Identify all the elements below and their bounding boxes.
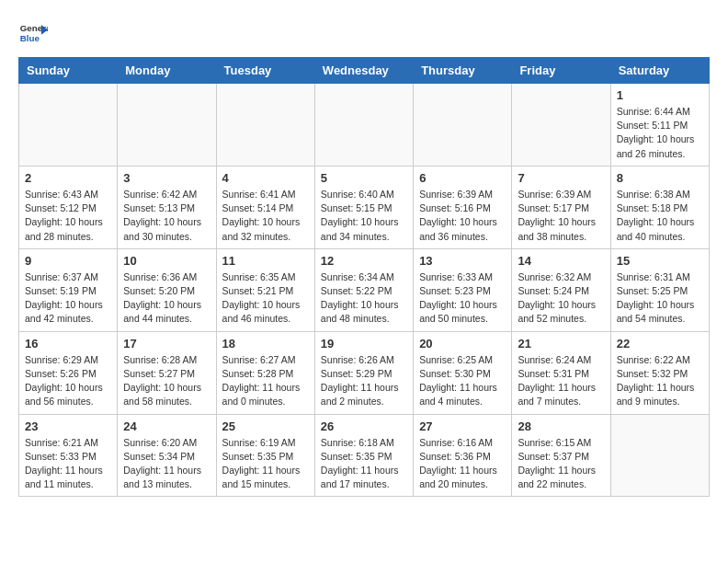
day-info: Sunrise: 6:41 AM Sunset: 5:14 PM Dayligh… [222,188,309,244]
calendar-cell [314,84,413,167]
day-info: Sunrise: 6:37 AM Sunset: 5:19 PM Dayligh… [25,270,111,327]
week-row-3: 9Sunrise: 6:37 AM Sunset: 5:19 PM Daylig… [19,248,710,331]
day-info: Sunrise: 6:20 AM Sunset: 5:34 PM Dayligh… [123,436,210,492]
calendar-cell: 25Sunrise: 6:19 AM Sunset: 5:35 PM Dayli… [216,414,314,497]
weekday-header-friday: Friday [512,58,610,84]
day-number: 8 [617,171,703,185]
day-info: Sunrise: 6:24 AM Sunset: 5:31 PM Dayligh… [518,353,604,409]
day-info: Sunrise: 6:33 AM Sunset: 5:23 PM Dayligh… [419,270,506,327]
calendar-cell: 18Sunrise: 6:27 AM Sunset: 5:28 PM Dayli… [216,331,314,414]
day-info: Sunrise: 6:27 AM Sunset: 5:28 PM Dayligh… [222,353,309,409]
day-number: 15 [617,254,703,268]
calendar-cell: 8Sunrise: 6:38 AM Sunset: 5:18 PM Daylig… [610,166,709,248]
calendar-cell: 10Sunrise: 6:36 AM Sunset: 5:20 PM Dayli… [118,248,216,331]
calendar-cell [610,414,709,497]
day-number: 4 [222,171,309,185]
calendar-cell: 1Sunrise: 6:44 AM Sunset: 5:11 PM Daylig… [610,84,709,167]
calendar-cell: 2Sunrise: 6:43 AM Sunset: 5:12 PM Daylig… [19,166,118,248]
calendar-cell: 28Sunrise: 6:15 AM Sunset: 5:37 PM Dayli… [512,414,610,497]
weekday-header-row: SundayMondayTuesdayWednesdayThursdayFrid… [19,58,710,84]
calendar-cell: 5Sunrise: 6:40 AM Sunset: 5:15 PM Daylig… [314,166,413,248]
day-info: Sunrise: 6:19 AM Sunset: 5:35 PM Dayligh… [222,436,309,492]
calendar-cell: 14Sunrise: 6:32 AM Sunset: 5:24 PM Dayli… [512,248,610,331]
calendar-cell [512,84,610,167]
calendar-cell: 20Sunrise: 6:25 AM Sunset: 5:30 PM Dayli… [414,331,512,414]
week-row-4: 16Sunrise: 6:29 AM Sunset: 5:26 PM Dayli… [19,331,710,414]
logo: General Blue [18,18,48,48]
calendar-cell: 24Sunrise: 6:20 AM Sunset: 5:34 PM Dayli… [118,414,216,497]
day-number: 19 [321,337,407,350]
day-number: 5 [321,171,407,185]
calendar-cell: 19Sunrise: 6:26 AM Sunset: 5:29 PM Dayli… [314,331,413,414]
day-number: 1 [617,88,703,102]
day-info: Sunrise: 6:40 AM Sunset: 5:15 PM Dayligh… [321,188,407,244]
day-number: 12 [321,254,407,268]
day-number: 17 [123,337,210,350]
calendar-cell: 11Sunrise: 6:35 AM Sunset: 5:21 PM Dayli… [216,248,314,331]
day-number: 2 [25,171,111,185]
calendar-cell: 27Sunrise: 6:16 AM Sunset: 5:36 PM Dayli… [414,414,512,497]
weekday-header-saturday: Saturday [610,58,709,84]
day-number: 24 [123,419,210,433]
day-info: Sunrise: 6:43 AM Sunset: 5:12 PM Dayligh… [25,188,111,244]
day-number: 9 [25,254,111,268]
week-row-1: 1Sunrise: 6:44 AM Sunset: 5:11 PM Daylig… [19,84,710,167]
weekday-header-sunday: Sunday [19,58,118,84]
day-info: Sunrise: 6:29 AM Sunset: 5:26 PM Dayligh… [25,353,111,409]
calendar-cell: 17Sunrise: 6:28 AM Sunset: 5:27 PM Dayli… [118,331,216,414]
day-info: Sunrise: 6:38 AM Sunset: 5:18 PM Dayligh… [617,188,703,244]
day-info: Sunrise: 6:21 AM Sunset: 5:33 PM Dayligh… [25,436,111,492]
day-info: Sunrise: 6:42 AM Sunset: 5:13 PM Dayligh… [123,188,210,244]
day-number: 13 [419,254,506,268]
calendar-cell: 16Sunrise: 6:29 AM Sunset: 5:26 PM Dayli… [19,331,118,414]
calendar-cell: 13Sunrise: 6:33 AM Sunset: 5:23 PM Dayli… [414,248,512,331]
weekday-header-tuesday: Tuesday [216,58,314,84]
day-info: Sunrise: 6:22 AM Sunset: 5:32 PM Dayligh… [617,353,703,409]
calendar-cell: 4Sunrise: 6:41 AM Sunset: 5:14 PM Daylig… [216,166,314,248]
weekday-header-monday: Monday [118,58,216,84]
calendar-cell [414,84,512,167]
weekday-header-wednesday: Wednesday [314,58,413,84]
calendar-cell [216,84,314,167]
calendar-cell: 12Sunrise: 6:34 AM Sunset: 5:22 PM Dayli… [314,248,413,331]
day-info: Sunrise: 6:36 AM Sunset: 5:20 PM Dayligh… [123,270,210,327]
day-number: 20 [419,337,506,350]
day-info: Sunrise: 6:35 AM Sunset: 5:21 PM Dayligh… [222,270,309,327]
calendar-cell: 15Sunrise: 6:31 AM Sunset: 5:25 PM Dayli… [610,248,709,331]
day-number: 25 [222,419,309,433]
calendar-cell: 26Sunrise: 6:18 AM Sunset: 5:35 PM Dayli… [314,414,413,497]
day-number: 28 [518,419,604,433]
calendar-cell: 22Sunrise: 6:22 AM Sunset: 5:32 PM Dayli… [610,331,709,414]
week-row-2: 2Sunrise: 6:43 AM Sunset: 5:12 PM Daylig… [19,166,710,248]
calendar-cell [19,84,118,167]
svg-text:Blue: Blue [20,33,40,43]
day-number: 7 [518,171,604,185]
day-number: 18 [222,337,309,350]
day-number: 6 [419,171,506,185]
day-info: Sunrise: 6:39 AM Sunset: 5:17 PM Dayligh… [518,188,604,244]
day-number: 11 [222,254,309,268]
logo-icon: General Blue [18,18,48,48]
day-number: 14 [518,254,604,268]
week-row-5: 23Sunrise: 6:21 AM Sunset: 5:33 PM Dayli… [19,414,710,497]
day-info: Sunrise: 6:31 AM Sunset: 5:25 PM Dayligh… [617,270,703,327]
day-number: 26 [321,419,407,433]
calendar-cell: 23Sunrise: 6:21 AM Sunset: 5:33 PM Dayli… [19,414,118,497]
day-number: 22 [617,337,703,350]
day-info: Sunrise: 6:44 AM Sunset: 5:11 PM Dayligh… [617,105,703,161]
calendar-cell [118,84,216,167]
day-number: 21 [518,337,604,350]
weekday-header-thursday: Thursday [414,58,512,84]
day-number: 10 [123,254,210,268]
day-number: 3 [123,171,210,185]
day-info: Sunrise: 6:15 AM Sunset: 5:37 PM Dayligh… [518,436,604,492]
day-info: Sunrise: 6:16 AM Sunset: 5:36 PM Dayligh… [419,436,506,492]
day-info: Sunrise: 6:26 AM Sunset: 5:29 PM Dayligh… [321,353,407,409]
day-number: 16 [25,337,111,350]
day-number: 23 [25,419,111,433]
calendar-cell: 6Sunrise: 6:39 AM Sunset: 5:16 PM Daylig… [414,166,512,248]
day-info: Sunrise: 6:34 AM Sunset: 5:22 PM Dayligh… [321,270,407,327]
day-info: Sunrise: 6:25 AM Sunset: 5:30 PM Dayligh… [419,353,506,409]
page-header: General Blue [18,18,710,48]
day-info: Sunrise: 6:39 AM Sunset: 5:16 PM Dayligh… [419,188,506,244]
